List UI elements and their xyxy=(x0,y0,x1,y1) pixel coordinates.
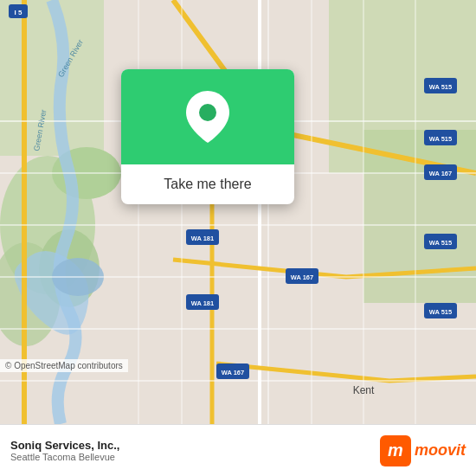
svg-text:WA 167: WA 167 xyxy=(222,369,244,376)
moovit-m-icon: m xyxy=(380,435,411,466)
popup-green-area xyxy=(121,69,294,164)
svg-text:WA 515: WA 515 xyxy=(429,83,452,91)
svg-text:WA 515: WA 515 xyxy=(429,239,452,247)
svg-point-47 xyxy=(199,104,216,121)
popup-card: Take me there xyxy=(121,69,294,204)
map-container: I 5 WA 167 WA 515 WA 515 WA xyxy=(0,0,476,424)
map-attribution: © OpenStreetMap contributors xyxy=(0,359,128,372)
svg-rect-1 xyxy=(0,0,104,156)
svg-text:WA 167: WA 167 xyxy=(291,273,313,281)
location-info: Soniq Services, Inc., Seattle Tacoma Bel… xyxy=(10,439,119,462)
bottom-bar: Soniq Services, Inc., Seattle Tacoma Bel… xyxy=(0,424,476,476)
svg-text:I 5: I 5 xyxy=(15,9,23,16)
moovit-text: moovit xyxy=(415,441,466,460)
company-name: Soniq Services, Inc., xyxy=(10,439,119,452)
moovit-logo[interactable]: m moovit xyxy=(380,435,466,466)
company-location: Seattle Tacoma Bellevue xyxy=(10,452,119,462)
svg-text:Kent: Kent xyxy=(353,384,375,396)
svg-text:WA 181: WA 181 xyxy=(191,299,214,307)
take-me-there-button[interactable]: Take me there xyxy=(150,164,265,204)
location-pin-icon xyxy=(186,91,229,143)
svg-text:WA 515: WA 515 xyxy=(429,308,452,316)
svg-text:WA 515: WA 515 xyxy=(429,135,452,143)
svg-text:WA 167: WA 167 xyxy=(429,170,452,177)
svg-text:WA 181: WA 181 xyxy=(191,235,214,242)
